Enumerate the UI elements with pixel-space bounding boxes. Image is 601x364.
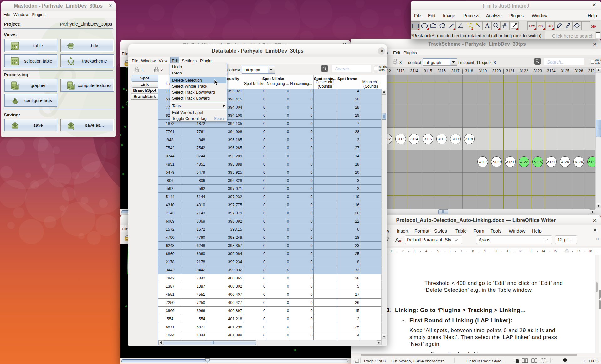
svg-text:A: A [395, 237, 399, 243]
svg-text:y: y [126, 87, 128, 91]
svg-text:A: A [485, 22, 489, 29]
